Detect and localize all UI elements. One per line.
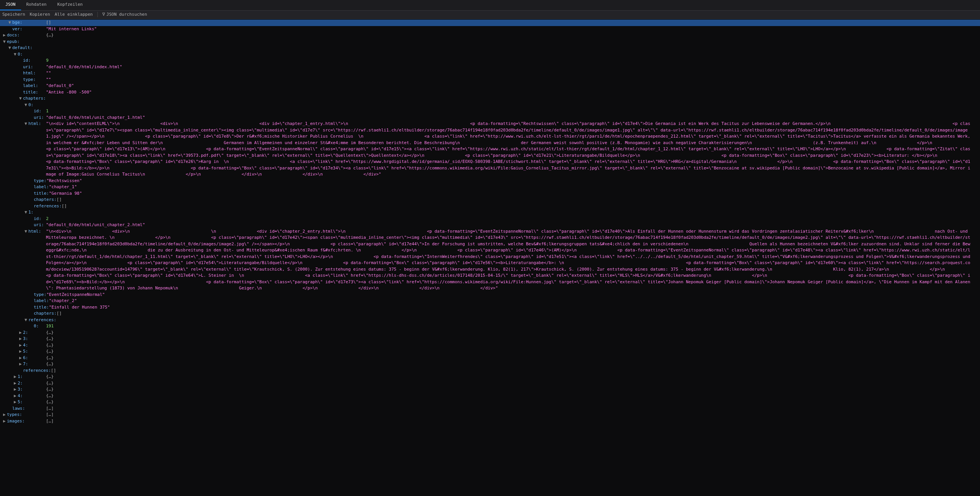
json-row[interactable]: laws:[…]: [0, 406, 980, 412]
json-row[interactable]: label:"chapter_2": [0, 298, 980, 304]
twisty-collapsed-icon[interactable]: ▶: [14, 374, 18, 380]
json-row[interactable]: 0:191: [0, 323, 980, 330]
twisty-expanded-icon[interactable]: ▼: [25, 102, 28, 108]
json-row[interactable]: ▶6:{…}: [0, 355, 980, 361]
json-row[interactable]: ▶5:{…}: [0, 348, 980, 355]
json-row[interactable]: chapters:[]: [0, 197, 980, 203]
json-row[interactable]: type:"": [0, 77, 980, 83]
json-row[interactable]: ▶4:{…}: [0, 342, 980, 349]
separator: [97, 12, 98, 17]
json-row[interactable]: ▼default:: [0, 45, 980, 51]
json-row[interactable]: ▼bge:[]: [0, 20, 980, 26]
twisty-expanded-icon[interactable]: ▼: [3, 39, 7, 45]
json-value-html: "\n<div>\n <div>\n \n <div id=\"chapter_…: [46, 228, 980, 292]
json-row[interactable]: id:2: [0, 216, 980, 222]
twisty-collapsed-icon[interactable]: ▶: [3, 412, 7, 418]
json-key: default:: [12, 45, 33, 50]
json-key: laws:: [12, 406, 25, 411]
json-row[interactable]: ▼epub:: [0, 39, 980, 45]
json-tree[interactable]: ▼bge:[] ver:"Mit internen Links"▶docs:{……: [0, 19, 980, 425]
twisty-collapsed-icon[interactable]: ▶: [19, 355, 23, 361]
json-row[interactable]: ▼0:: [0, 51, 980, 58]
filter-field[interactable]: ∇ JSON durchsuchen: [102, 11, 147, 18]
json-row[interactable]: references:[]: [0, 368, 980, 374]
twisty-collapsed-icon[interactable]: ▶: [19, 361, 23, 368]
json-row[interactable]: label:"chapter_1": [0, 184, 980, 191]
twisty-expanded-icon[interactable]: ▼: [8, 45, 12, 51]
twisty-none: [30, 323, 34, 330]
tab-rohdaten[interactable]: Rohdaten: [21, 0, 52, 10]
json-row[interactable]: title:"Einfall der Hunnen 375": [0, 304, 980, 311]
json-row[interactable]: ▶3:{…}: [0, 336, 980, 342]
json-row[interactable]: id:9: [0, 57, 980, 64]
json-row[interactable]: ▶types:[…]: [0, 412, 980, 418]
json-row[interactable]: ▼1:: [0, 209, 980, 216]
twisty-collapsed-icon[interactable]: ▶: [14, 393, 18, 399]
json-row[interactable]: label:"default_0": [0, 83, 980, 89]
twisty-collapsed-icon[interactable]: ▶: [19, 348, 23, 355]
json-row[interactable]: type:"EventZeitspanneNormal": [0, 292, 980, 298]
twisty-collapsed-icon[interactable]: ▶: [19, 336, 23, 342]
json-row[interactable]: chapters:[]: [0, 310, 980, 317]
twisty-expanded-icon[interactable]: ▼: [25, 228, 28, 235]
collapse-all-button[interactable]: Alle einklappen: [55, 11, 93, 18]
twisty-none: [19, 70, 23, 77]
twisty-collapsed-icon[interactable]: ▶: [14, 380, 18, 387]
json-value: []: [57, 197, 980, 203]
json-row[interactable]: uri:"default_0/de/html/unit_chapter_2.ht…: [0, 222, 980, 228]
save-button[interactable]: Speichern: [2, 11, 25, 18]
tab-kopfzeilen[interactable]: Kopfzeilen: [52, 0, 88, 10]
json-row[interactable]: ▼html:"\n<div id=\"contentELML\">\n <div…: [0, 121, 980, 178]
twisty-collapsed-icon[interactable]: ▶: [3, 32, 7, 39]
json-value: 9: [46, 57, 980, 64]
json-key: title:: [34, 191, 49, 196]
json-row[interactable]: type:"Rechtswissen": [0, 178, 980, 184]
json-row[interactable]: ▼0:: [0, 102, 980, 108]
tab-json[interactable]: JSON: [0, 0, 21, 10]
json-key: types:: [7, 412, 22, 417]
json-row[interactable]: ▶1:{…}: [0, 374, 980, 380]
json-key: 0:: [18, 52, 23, 57]
json-key: 7:: [23, 361, 28, 366]
json-value: "Mit internen Links": [46, 26, 980, 33]
json-row[interactable]: html:"": [0, 70, 980, 77]
json-row[interactable]: ▼references:: [0, 317, 980, 324]
json-row[interactable]: ▼html:"\n<div>\n <div>\n \n <div id=\"ch…: [0, 228, 980, 292]
json-row[interactable]: id:1: [0, 108, 980, 115]
json-row[interactable]: references:[]: [0, 203, 980, 210]
json-value: {…}: [46, 348, 980, 355]
twisty-collapsed-icon[interactable]: ▶: [14, 386, 18, 393]
twisty-collapsed-icon[interactable]: ▶: [19, 330, 23, 336]
json-row[interactable]: ver:"Mit internen Links": [0, 26, 980, 33]
json-row[interactable]: title:"Antike -800 -500": [0, 89, 980, 96]
json-row[interactable]: ▶3:{…}: [0, 386, 980, 393]
twisty-expanded-icon[interactable]: ▼: [25, 121, 28, 127]
filter-icon: ∇: [102, 11, 105, 18]
json-row[interactable]: ▶5:{…}: [0, 399, 980, 406]
twisty-expanded-icon[interactable]: ▼: [14, 51, 18, 58]
json-row[interactable]: ▶7:{…}: [0, 361, 980, 368]
json-row[interactable]: ▶images:[…]: [0, 418, 980, 425]
json-key: 5:: [18, 399, 23, 404]
twisty-expanded-icon[interactable]: ▼: [19, 95, 23, 102]
twisty-expanded-icon[interactable]: ▼: [25, 209, 28, 216]
twisty-collapsed-icon[interactable]: ▶: [19, 342, 23, 349]
json-row[interactable]: ▶docs:{…}: [0, 32, 980, 39]
twisty-collapsed-icon[interactable]: ▶: [3, 418, 7, 425]
twisty-collapsed-icon[interactable]: ▶: [14, 399, 18, 406]
json-key: epub:: [7, 39, 20, 44]
twisty-none: [19, 64, 23, 71]
twisty-expanded-icon[interactable]: ▼: [8, 20, 12, 26]
json-row[interactable]: uri:"default_0/de/html/index.html": [0, 64, 980, 71]
json-row[interactable]: title:"Germania 98": [0, 191, 980, 197]
json-value: []: [51, 368, 980, 374]
json-row[interactable]: ▶2:{…}: [0, 330, 980, 336]
json-key: label:: [34, 184, 49, 189]
json-row[interactable]: ▼chapters:: [0, 95, 980, 102]
json-row[interactable]: uri:"default_0/de/html/unit_chapter_1.ht…: [0, 115, 980, 121]
json-value: {…}: [46, 399, 980, 406]
json-row[interactable]: ▶2:{…}: [0, 380, 980, 387]
json-row[interactable]: ▶4:{…}: [0, 393, 980, 399]
copy-button[interactable]: Kopieren: [30, 11, 50, 18]
twisty-expanded-icon[interactable]: ▼: [25, 317, 28, 324]
